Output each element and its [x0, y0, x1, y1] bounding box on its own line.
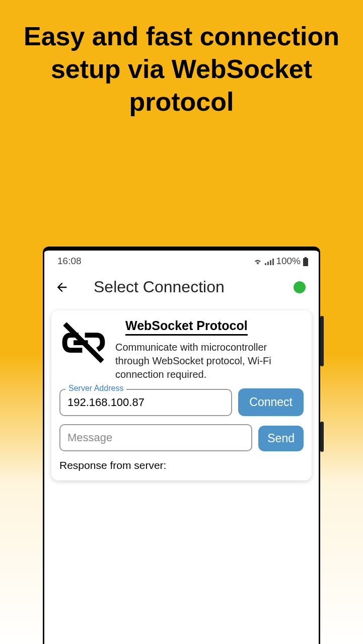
svg-rect-2: [270, 260, 271, 265]
server-address-label: Server Address: [65, 384, 126, 393]
response-label: Response from server:: [59, 459, 304, 471]
send-button[interactable]: Send: [258, 426, 304, 451]
signal-icon: [265, 256, 274, 267]
svg-rect-3: [272, 259, 274, 265]
battery-icon: [303, 256, 309, 267]
arrow-left-icon: [55, 280, 69, 294]
wifi-icon: [253, 256, 263, 267]
connection-status-indicator: [294, 281, 306, 293]
svg-rect-4: [305, 257, 307, 258]
svg-rect-1: [267, 262, 269, 265]
message-input[interactable]: [59, 424, 252, 451]
connect-button[interactable]: Connect: [238, 388, 304, 416]
promo-headline: Easy and fast connection setup via WebSo…: [0, 0, 363, 118]
svg-rect-5: [303, 258, 308, 266]
status-bar: 16:08 100%: [44, 251, 319, 269]
card-title: WebSocket Protocol: [125, 318, 248, 336]
status-time: 16:08: [57, 256, 82, 267]
phone-side-button: [320, 316, 324, 366]
server-address-input[interactable]: [59, 389, 232, 416]
card-description: Communicate with microcontroller through…: [115, 341, 304, 381]
battery-percent: 100%: [276, 256, 301, 267]
back-button[interactable]: [54, 280, 69, 295]
phone-frame: 16:08 100% Select Connection Web: [43, 247, 320, 644]
link-off-icon: [59, 318, 107, 366]
page-title: Select Connection: [79, 278, 284, 296]
phone-side-button: [320, 422, 324, 452]
websocket-card: WebSocket Protocol Communicate with micr…: [51, 310, 312, 480]
app-bar: Select Connection: [44, 269, 319, 301]
svg-rect-0: [265, 263, 266, 265]
